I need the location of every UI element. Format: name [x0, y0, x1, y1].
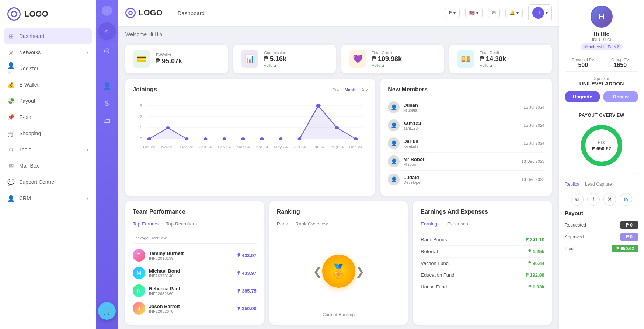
- stat-label: Commission: [264, 50, 286, 55]
- tab-top-earners[interactable]: Top Earners: [133, 218, 159, 230]
- linkedin-icon[interactable]: in: [620, 193, 632, 206]
- language-selector[interactable]: 🇺🇸 ▾: [465, 8, 483, 18]
- svg-text:2: 2: [139, 115, 142, 119]
- member-date: 15 Jul 2024: [523, 123, 544, 127]
- tab-lead-capture[interactable]: Lead Capture: [585, 180, 612, 189]
- earner-amount: ₱ 350.00: [237, 306, 256, 311]
- sidebar-item-register[interactable]: 👤+ Register: [0, 60, 96, 77]
- svg-point-9: [147, 137, 151, 140]
- sponsor-label: Sponsor: [565, 76, 638, 81]
- home-button[interactable]: ⌂: [98, 22, 116, 40]
- social-section: Replica Lead Capture ⧉ f ✕ in: [565, 180, 638, 206]
- earning-label: Vaction Fund: [421, 260, 449, 266]
- member-avatar: 👤: [388, 155, 400, 167]
- tab-earnings[interactable]: Earnings: [421, 218, 439, 230]
- svg-text:Apr 24: Apr 24: [256, 145, 268, 149]
- earner-amount: ₱ 433.97: [237, 253, 256, 258]
- mini-icon-network[interactable]: ◎: [100, 43, 114, 58]
- sidebar-item-dashboard[interactable]: ⊞ Dashboard: [4, 28, 92, 44]
- filter-day[interactable]: Day: [361, 87, 368, 92]
- tools-icon: ⚙: [7, 146, 15, 153]
- mini-icon-tag[interactable]: 🏷: [100, 114, 114, 129]
- bell-icon: 🔔: [509, 10, 515, 15]
- payout-approved-value: ₱ 0: [620, 233, 638, 241]
- member-info: Ludaid Developer: [403, 175, 518, 185]
- group-pv: Group PV 1650: [602, 57, 639, 69]
- svg-text:₱ 650.62: ₱ 650.62: [592, 146, 611, 151]
- currency-selector[interactable]: ₱ ▾: [445, 8, 460, 18]
- earner-name: Jason Barrett: [149, 304, 234, 309]
- sidebar-item-shopping[interactable]: 🛒 Shopping: [0, 125, 96, 141]
- tab-rank[interactable]: Rank: [277, 218, 288, 230]
- header-logo-inner: [128, 11, 133, 15]
- filter-year[interactable]: Year: [333, 87, 341, 92]
- svg-text:Sep 24: Sep 24: [349, 145, 363, 149]
- rank-next-chevron[interactable]: ❯: [355, 265, 365, 278]
- member-name: Mr Robot: [403, 157, 518, 162]
- sidebar-item-mailbox[interactable]: ✉ Mail Box: [0, 158, 96, 174]
- chevron-down-icon: ▾: [87, 148, 88, 152]
- sidebar-item-support[interactable]: 💬 Support Centre: [0, 174, 96, 190]
- chevron-down-icon: ▾: [87, 196, 88, 200]
- sidebar-item-crm[interactable]: 👤 CRM ▾: [0, 190, 96, 206]
- team-tabs: Top Earners Top Recruiters: [133, 218, 257, 230]
- support-icon: 💬: [7, 178, 15, 186]
- upgrade-button[interactable]: Upgrade: [565, 91, 600, 102]
- header-title: Dashboard: [178, 10, 205, 16]
- earner-avatar: R: [133, 284, 145, 297]
- social-tabs: Replica Lead Capture: [565, 180, 638, 189]
- renew-button[interactable]: Renew: [603, 91, 638, 102]
- collapse-arrow[interactable]: ‹: [102, 6, 112, 16]
- ranking-card: Ranking Rank Rank Overview ❮ 🏅 ❯ Current…: [269, 201, 408, 325]
- stat-value: ₱ 95.07k: [156, 57, 182, 65]
- user-menu[interactable]: H ▾: [528, 4, 552, 21]
- mini-icon-dollar[interactable]: $: [100, 96, 114, 111]
- cart-button[interactable]: 🛒: [98, 302, 116, 320]
- tab-top-recruiters[interactable]: Top Recruiters: [166, 218, 197, 230]
- notification-button[interactable]: 🔔 ▾: [505, 8, 523, 18]
- sidebar-right: H Hi Hlo INF00123 Membership Pack2 Perso…: [559, 0, 644, 329]
- earning-item: Vaction Fund ₱ 96.44: [421, 258, 544, 269]
- sidebar-item-payout[interactable]: 💸 Payout: [0, 93, 96, 109]
- tab-expenses[interactable]: Expenses: [447, 218, 468, 230]
- sidebar-item-networks[interactable]: ◎ Networks ▾: [0, 44, 96, 60]
- member-date: 13 Dec 2023: [522, 159, 544, 164]
- sidebar-item-label: E-pin: [19, 114, 31, 120]
- tab-replica[interactable]: Replica: [565, 180, 579, 189]
- header-right: ₱ ▾ 🇺🇸 ▾ ✉ 🔔 ▾ H ▾: [445, 4, 552, 21]
- earner-id: INF26378140: [149, 274, 234, 278]
- svg-text:Jul 24: Jul 24: [313, 145, 324, 149]
- earner-item: J Jason Barrett INF22652670 ₱ 350.00: [133, 300, 257, 317]
- tab-rank-overview[interactable]: Rank Overview: [295, 218, 328, 230]
- svg-text:0: 0: [139, 137, 142, 141]
- mini-icon-add-person[interactable]: 👤: [100, 78, 114, 93]
- svg-text:Nov 23: Nov 23: [161, 145, 175, 149]
- bottom-row: Team Performance Top Earners Top Recruit…: [125, 201, 552, 325]
- mailbox-icon: ✉: [7, 162, 15, 169]
- earnings-tabs: Earnings Expenses: [421, 218, 544, 230]
- svg-text:Jan 24: Jan 24: [199, 145, 212, 149]
- middle-row: Joinings Year Month Day 3 2: [125, 79, 552, 196]
- sidebar-item-ewallet[interactable]: 💰 E-Wallet: [0, 77, 96, 93]
- personal-pv: Personal PV 500: [565, 57, 602, 69]
- sidebar-item-epin[interactable]: 📌 E-pin: [0, 109, 96, 125]
- member-item: 👤 Darius fovekidar 15 Jul 2024: [388, 134, 544, 153]
- stat-card-commission: 📊 Commission ₱ 5.16k +0% ▲: [233, 45, 336, 73]
- mail-button[interactable]: ✉: [488, 8, 500, 18]
- facebook-icon[interactable]: f: [587, 193, 600, 206]
- rank-prev-chevron[interactable]: ❮: [313, 265, 322, 278]
- filter-month[interactable]: Month: [345, 87, 357, 92]
- new-members-header: New Members: [388, 86, 544, 93]
- profile-name: Hi Hlo: [565, 31, 638, 37]
- earning-value: ₱ 192.88: [526, 272, 544, 278]
- user-avatar: H: [532, 7, 544, 19]
- earner-info: Tammy Burnett INF82013199: [149, 251, 234, 260]
- member-date: 15 Jul 2024: [523, 141, 544, 146]
- twitter-x-icon[interactable]: ✕: [603, 193, 616, 206]
- member-item: 👤 Mr Robot Mrrobot 13 Dec 2023: [388, 153, 544, 171]
- copy-icon[interactable]: ⧉: [571, 193, 584, 206]
- ranking-title: Ranking: [277, 209, 401, 215]
- header-logo-circle: [125, 8, 136, 18]
- mini-icon-hierarchy[interactable]: ⋮: [100, 61, 114, 76]
- sidebar-item-tools[interactable]: ⚙ Tools ▾: [0, 141, 96, 158]
